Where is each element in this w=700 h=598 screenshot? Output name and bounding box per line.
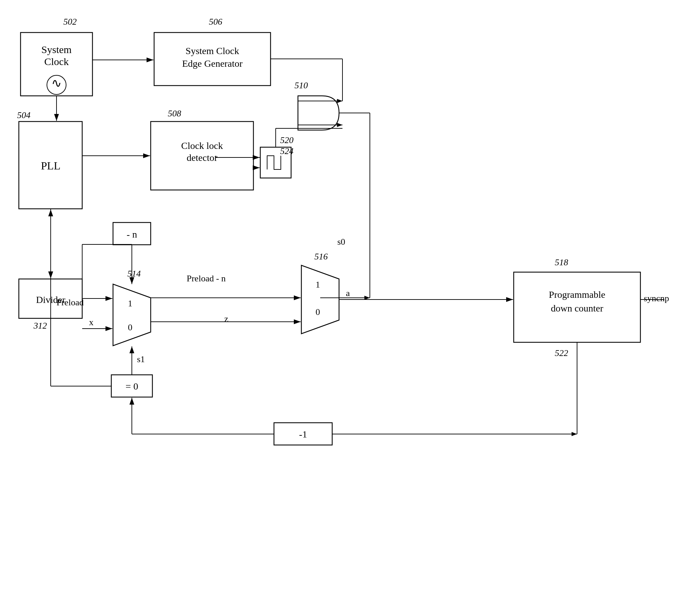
svg-text:0: 0 xyxy=(316,307,320,317)
svg-text:1: 1 xyxy=(316,280,320,290)
svg-text:System: System xyxy=(41,44,72,55)
svg-text:0: 0 xyxy=(128,322,133,332)
svg-text:Clock: Clock xyxy=(44,56,69,67)
svg-text:522: 522 xyxy=(555,348,568,358)
svg-text:Clock lock: Clock lock xyxy=(181,140,223,151)
svg-text:- n: - n xyxy=(127,229,137,240)
svg-text:Preload: Preload xyxy=(57,297,84,307)
svg-text:Programmable: Programmable xyxy=(549,289,605,300)
svg-text:s0: s0 xyxy=(337,237,345,247)
svg-text:System Clock: System Clock xyxy=(186,46,239,56)
svg-text:518: 518 xyxy=(555,257,568,267)
svg-text:516: 516 xyxy=(314,252,328,262)
svg-text:1: 1 xyxy=(128,298,133,308)
svg-text:Edge Generator: Edge Generator xyxy=(182,58,243,69)
svg-marker-21 xyxy=(301,265,339,334)
svg-text:∿: ∿ xyxy=(51,76,62,90)
svg-text:524: 524 xyxy=(280,146,293,156)
svg-text:syncnp: syncnp xyxy=(644,293,669,303)
svg-marker-18 xyxy=(113,284,151,346)
svg-text:PLL: PLL xyxy=(41,160,61,172)
svg-text:Preload - n: Preload - n xyxy=(187,273,226,283)
svg-text:520: 520 xyxy=(280,135,293,145)
svg-text:detector: detector xyxy=(187,152,218,163)
svg-text:s1: s1 xyxy=(137,354,145,364)
svg-text:-1: -1 xyxy=(299,429,307,440)
svg-text:504: 504 xyxy=(17,110,30,120)
svg-text:312: 312 xyxy=(33,321,47,331)
svg-text:506: 506 xyxy=(209,17,222,27)
diagram: System Clock ∿ System Clock Edge Generat… xyxy=(0,0,700,598)
svg-text:down counter: down counter xyxy=(551,303,603,314)
svg-text:= 0: = 0 xyxy=(126,381,138,392)
circuit-diagram: System Clock ∿ System Clock Edge Generat… xyxy=(0,0,700,598)
svg-text:502: 502 xyxy=(63,17,77,27)
svg-text:z: z xyxy=(224,314,228,324)
svg-text:508: 508 xyxy=(168,109,181,118)
svg-text:x: x xyxy=(89,317,93,327)
svg-text:514: 514 xyxy=(127,269,141,279)
svg-text:a: a xyxy=(346,288,350,298)
svg-text:510: 510 xyxy=(295,80,308,90)
